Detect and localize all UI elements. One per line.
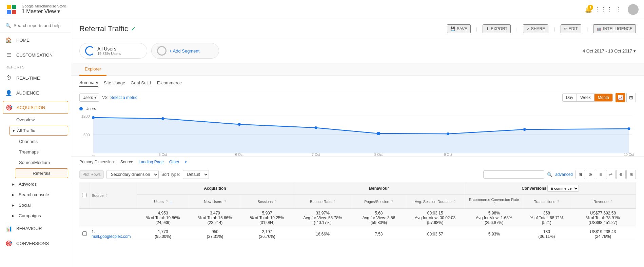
tab-summary[interactable]: Summary: [79, 79, 98, 87]
plot-rows-button: Plot Rows: [79, 170, 104, 179]
all-users-segment[interactable]: All Users 19.86% Users: [79, 43, 147, 59]
realtime-icon: ⏱: [5, 75, 12, 81]
time-btn-month[interactable]: Month: [594, 94, 612, 101]
sidebar-item-conversions[interactable]: 🎯 CONVERSIONS: [0, 236, 71, 251]
add-segment-btn[interactable]: + Add Segment: [151, 43, 219, 59]
behaviour-group-header: Behaviour: [293, 182, 465, 195]
totals-row: 4,953 % of Total: 19.86% (24,939) 3,479 …: [79, 209, 636, 227]
apps-grid[interactable]: ⋮⋮⋮: [598, 4, 609, 15]
conversions-type-dropdown[interactable]: E-commerce: [547, 185, 579, 192]
metric-dropdown[interactable]: Users ▾: [79, 94, 99, 102]
secondary-dim-dropdown[interactable]: Secondary dimension: [106, 170, 159, 179]
segment-pct: 19.86% Users: [97, 52, 121, 56]
sidebar-item-behaviour[interactable]: 📊 BEHAVIOUR: [0, 221, 71, 236]
svg-text:...: ...: [92, 153, 95, 157]
svg-point-13: [314, 126, 317, 129]
other-dropdown-arrow[interactable]: ▾: [185, 160, 187, 164]
performance-view-btn[interactable]: ≡: [596, 170, 605, 179]
sidebar-item-search-console[interactable]: ▸ Search console: [0, 189, 71, 200]
select-all-checkbox[interactable]: [79, 182, 90, 209]
user-avatar[interactable]: [628, 4, 639, 15]
expand-icon: ▾: [13, 128, 15, 133]
ecomm-rate-help-icon[interactable]: ?: [494, 202, 496, 206]
verified-icon: ✓: [131, 25, 136, 33]
transactions-help-icon[interactable]: ?: [557, 200, 559, 204]
svg-text:8 Oct: 8 Oct: [374, 153, 383, 157]
sort-type-dropdown[interactable]: Default: [183, 170, 209, 179]
sidebar-sub-source-medium[interactable]: Source/Medium: [0, 157, 71, 168]
sidebar-sub-overview[interactable]: Overview: [0, 115, 71, 125]
svg-text:6 Oct: 6 Oct: [235, 153, 244, 157]
share-button[interactable]: ↗ SHARE: [523, 24, 548, 33]
sidebar-item-adwords[interactable]: ▸ AdWords: [0, 179, 71, 189]
avg-session-help-icon[interactable]: ?: [454, 200, 456, 204]
avg-session-col-header: Avg. Session Duration ?: [405, 195, 465, 209]
svg-rect-1: [12, 5, 16, 9]
search-input[interactable]: [14, 23, 65, 28]
bounce-help-icon[interactable]: ?: [334, 200, 336, 204]
tab-goal-set[interactable]: Goal Set 1: [131, 79, 151, 87]
advanced-link[interactable]: advanced: [555, 172, 573, 177]
revenue-help-icon[interactable]: ?: [610, 200, 612, 204]
bounce-rate-col-header: Bounce Rate ?: [293, 195, 352, 209]
sidebar-item-customisation[interactable]: ☰ CUSTOMISATION: [0, 47, 71, 62]
more-options[interactable]: ⋮: [613, 4, 624, 15]
search-icon: 🔍: [5, 23, 11, 28]
sessions-col-header: Sessions ?: [241, 195, 293, 209]
account-name: Google Merchandise Store: [22, 4, 66, 8]
export-button[interactable]: ⬆ EXPORT: [483, 24, 511, 33]
sidebar-all-traffic[interactable]: ▾ All Traffic: [9, 126, 68, 136]
pie-view-btn[interactable]: ⊙: [586, 170, 595, 179]
tab-site-usage[interactable]: Site Usage: [104, 79, 125, 87]
source-link[interactable]: mall.googlecplex.com: [92, 234, 131, 239]
grid-view-btn[interactable]: ⊞: [575, 170, 585, 179]
table-search-input[interactable]: [483, 170, 544, 179]
svg-text:5 Oct: 5 Oct: [159, 153, 167, 157]
comparison-view-btn[interactable]: ⇌: [606, 170, 616, 179]
sidebar-item-acquisition[interactable]: 🎯 ACQUISITION: [3, 101, 68, 114]
sidebar-item-realtime[interactable]: ⏱ REAL-TIME: [0, 70, 71, 85]
tab-explorer[interactable]: Explorer: [79, 63, 106, 76]
save-button[interactable]: 💾 SAVE: [447, 24, 471, 33]
chevron-right-icon2: ▸: [12, 192, 15, 197]
table-search-icon[interactable]: 🔍: [547, 172, 552, 177]
primary-dim-source[interactable]: Source: [120, 160, 133, 164]
intelligence-icon: 🤖: [597, 26, 602, 31]
source-help-icon[interactable]: ?: [105, 194, 108, 198]
data-table: Source ? Acquisition Behaviour Conversio…: [79, 182, 636, 241]
primary-dim-other[interactable]: Other: [169, 160, 179, 164]
users-sort-arrow[interactable]: ↓: [170, 200, 172, 204]
revenue-col-header: Revenue ?: [570, 195, 636, 209]
lifetime-view-btn[interactable]: ⊞: [626, 170, 636, 179]
view-selector[interactable]: 1 Master View ▾: [22, 8, 66, 15]
pages-help-icon[interactable]: ?: [391, 200, 393, 204]
sidebar-item-audience[interactable]: 👤 AUDIENCE: [0, 85, 71, 100]
metric-selector: Users ▾ VS Select a metric: [79, 94, 137, 102]
sidebar-sub-channels[interactable]: Channels: [0, 136, 71, 147]
sidebar-sub-treemaps[interactable]: Treemaps: [0, 147, 71, 157]
tab-ecommerce[interactable]: E-commerce: [157, 79, 182, 87]
sidebar-item-home[interactable]: 🏠 HOME: [0, 33, 71, 47]
edit-button[interactable]: ✏ EDIT: [561, 24, 581, 33]
sidebar-item-campaigns[interactable]: ▸ Campaigns: [0, 210, 71, 221]
pivot-view-btn[interactable]: ⊕: [616, 170, 626, 179]
users-help-icon[interactable]: ?: [166, 200, 168, 204]
new-users-help-icon[interactable]: ?: [224, 200, 226, 204]
intelligence-button[interactable]: 🤖 INTELLIGENCE: [593, 24, 636, 33]
sessions-help-icon[interactable]: ?: [275, 200, 277, 204]
vs-text: VS: [102, 95, 108, 100]
time-btn-day[interactable]: Day: [563, 94, 577, 101]
users-col-header: Users ? ↓: [137, 195, 189, 209]
select-metric-link[interactable]: Select a metric: [110, 95, 137, 100]
behaviour-icon: 📊: [5, 225, 12, 232]
date-range-selector[interactable]: 4 Oct 2017 - 10 Oct 2017 ▾: [583, 48, 636, 54]
notification-bell[interactable]: 🔔 1: [583, 4, 594, 15]
primary-dim-landing[interactable]: Landing Page: [139, 160, 164, 164]
table-controls: Plot Rows Secondary dimension Sort Type:…: [71, 167, 644, 182]
line-chart-btn[interactable]: 📈: [616, 93, 625, 102]
bar-chart-btn[interactable]: ⊞: [626, 93, 636, 102]
sidebar-sub-referrals[interactable]: Referrals: [15, 168, 68, 178]
time-btn-week[interactable]: Week: [577, 94, 594, 101]
sidebar-item-social[interactable]: ▸ Social: [0, 200, 71, 210]
chevron-right-icon3: ▸: [12, 203, 15, 208]
